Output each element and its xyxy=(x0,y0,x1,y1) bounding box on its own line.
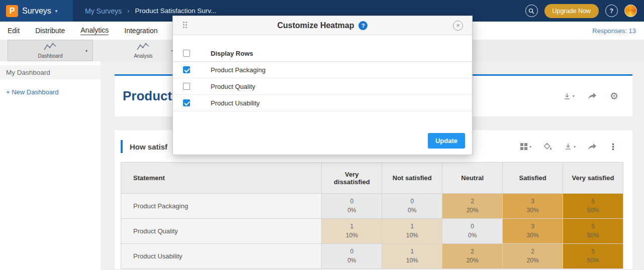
dashboard-sidebar: My Dashboard + New Dashboard xyxy=(0,61,101,270)
update-button[interactable]: Update xyxy=(428,133,465,149)
modal-list-header-row: Display Rows xyxy=(173,45,472,62)
widget-actions: ▾ ▾ ⋮ xyxy=(520,142,617,152)
responses-count: Responses: 13 xyxy=(592,27,636,35)
row-statement: Product Usability xyxy=(121,244,322,269)
toolbar-button-dashboard[interactable]: Dashboard▾ xyxy=(8,40,93,61)
app-name: Surveys xyxy=(22,7,51,16)
share-icon[interactable] xyxy=(588,92,597,100)
sidebar-item-my-dashboard[interactable]: My Dashboard xyxy=(0,65,101,79)
share-icon[interactable] xyxy=(588,143,597,151)
modal-row-label: Product Quality xyxy=(211,83,255,90)
heatmap-body: Product Packaging00%00%220%330%550%Produ… xyxy=(121,194,623,269)
profile-icon[interactable] xyxy=(624,5,637,17)
dashboard-actions: ▾ ⚙ xyxy=(563,91,618,101)
chevron-down-icon: ▾ xyxy=(529,145,531,149)
column-header: Neutral xyxy=(442,163,503,194)
toolbar-button-analysis[interactable]: Analysis▾ xyxy=(108,40,178,61)
checkbox-unchecked[interactable] xyxy=(183,50,190,57)
breadcrumb-current-survey: Product Satisfaction Surv... xyxy=(135,7,216,15)
heatmap-cell: 110% xyxy=(322,219,382,244)
upgrade-now-button[interactable]: Upgrade Now xyxy=(544,4,599,18)
chart-type-button[interactable]: ▾ xyxy=(520,143,531,151)
app-switcher[interactable]: P Surveys ▾ xyxy=(0,0,73,22)
modal-list-header-label: Display Rows xyxy=(211,50,253,57)
app-logo: P xyxy=(6,5,18,17)
question-title: How satisf xyxy=(130,143,167,151)
new-dashboard-link[interactable]: + New Dashboard xyxy=(0,88,101,96)
gear-icon[interactable]: ⚙ xyxy=(610,91,618,101)
topnav-actions: Upgrade Now ? xyxy=(525,4,637,18)
heatmap-cell: 110% xyxy=(382,244,442,269)
heatmap-cell: 220% xyxy=(503,244,563,269)
page-title: Product xyxy=(123,88,172,104)
column-header: Very dissatisfied xyxy=(322,163,382,194)
download-button[interactable]: ▾ xyxy=(564,143,576,151)
help-icon[interactable]: ? xyxy=(358,21,367,30)
modal-title-wrap: Customize Heatmap ? xyxy=(278,21,368,30)
close-icon[interactable]: × xyxy=(453,21,463,31)
checkbox-checked[interactable] xyxy=(183,66,190,73)
modal-title: Customize Heatmap xyxy=(278,21,354,30)
toolbar-button-label: Dashboard xyxy=(38,53,63,59)
heatmap-cell: 00% xyxy=(442,219,503,244)
tab-analytics[interactable]: Analytics xyxy=(80,26,109,35)
checkbox-checked[interactable] xyxy=(183,99,190,106)
tab-distribute[interactable]: Distribute xyxy=(35,27,65,35)
row-statement: Product Quality xyxy=(121,219,322,244)
checkbox-unchecked[interactable] xyxy=(183,83,190,90)
tab-edit[interactable]: Edit xyxy=(8,27,20,35)
chevron-down-icon: ▾ xyxy=(55,9,58,14)
table-row: Product Quality110%110%00%330%550% xyxy=(121,219,623,244)
heatmap-cell: 550% xyxy=(563,194,623,219)
chevron-down-icon[interactable]: ▾ xyxy=(85,48,87,53)
modal-row-list: Display RowsProduct PackagingProduct Qua… xyxy=(173,45,472,111)
fill-color-icon[interactable] xyxy=(543,143,552,151)
modal-list-item: Product Usability xyxy=(173,95,472,111)
heatmap-cell: 00% xyxy=(322,244,382,269)
column-header: Satisfied xyxy=(503,163,563,194)
modal-row-label: Product Packaging xyxy=(211,66,265,74)
heatmap-table: StatementVery dissatisfiedNot satisfiedN… xyxy=(121,162,623,269)
column-header: Very satisfied xyxy=(563,163,623,194)
drag-handle-icon[interactable] xyxy=(183,22,188,29)
search-icon[interactable] xyxy=(525,5,538,17)
modal-footer: Update xyxy=(428,133,465,149)
customize-heatmap-modal: Customize Heatmap ? × Display RowsProduc… xyxy=(172,16,473,155)
heatmap-cell: 00% xyxy=(382,194,442,219)
modal-header: Customize Heatmap ? × xyxy=(173,16,472,35)
chevron-down-icon: ▾ xyxy=(573,94,575,98)
table-row: Product Usability00%110%220%220%550% xyxy=(121,244,623,269)
breadcrumb-separator-icon: › xyxy=(127,7,129,15)
accent-bar xyxy=(121,140,123,153)
tab-integration[interactable]: Integration xyxy=(124,27,157,35)
heatmap-cell: 110% xyxy=(382,219,442,244)
row-statement: Product Packaging xyxy=(121,194,322,219)
heatmap-cell: 00% xyxy=(322,194,382,219)
heatmap-cell: 220% xyxy=(442,194,503,219)
download-button[interactable]: ▾ xyxy=(563,92,575,100)
chevron-down-icon: ▾ xyxy=(574,145,576,149)
breadcrumb: My Surveys › Product Satisfaction Surv..… xyxy=(85,7,216,15)
toolbar-button-label: Analysis xyxy=(134,53,152,59)
table-row: Product Packaging00%00%220%330%550% xyxy=(121,194,623,219)
heatmap-cell: 550% xyxy=(563,219,623,244)
modal-list-item: Product Packaging xyxy=(173,62,472,78)
modal-list-item: Product Quality xyxy=(173,78,472,95)
tabs-list: EditDistributeAnalyticsIntegration xyxy=(8,26,173,35)
breadcrumb-my-surveys[interactable]: My Surveys xyxy=(85,7,122,15)
column-header: Statement xyxy=(121,163,322,194)
heatmap-cell: 550% xyxy=(563,244,623,269)
more-options-icon[interactable]: ⋮ xyxy=(609,142,617,152)
heatmap-cell: 330% xyxy=(503,219,563,244)
column-header: Not satisfied xyxy=(382,163,442,194)
line-chart-icon xyxy=(44,43,57,53)
line-chart-icon xyxy=(137,43,150,53)
help-icon[interactable]: ? xyxy=(605,5,618,17)
heatmap-header-row: StatementVery dissatisfiedNot satisfiedN… xyxy=(121,163,623,194)
modal-row-label: Product Usability xyxy=(211,99,260,107)
heatmap-cell: 220% xyxy=(442,244,503,269)
heatmap-cell: 330% xyxy=(503,194,563,219)
